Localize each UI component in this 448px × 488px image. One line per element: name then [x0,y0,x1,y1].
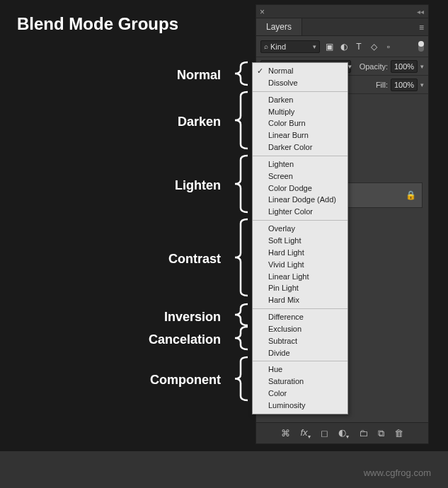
blend-option-hue[interactable]: Hue [253,364,348,376]
blend-option-hard-mix[interactable]: Hard Mix [253,294,348,306]
blend-option-saturation[interactable]: Saturation [253,376,348,388]
blend-option-color-burn[interactable]: Color Burn [253,117,348,129]
blend-option-darker-color[interactable]: Darker Color [253,141,348,153]
group-label-lighten: Lighten [175,178,221,193]
group-label-component: Component [150,373,221,388]
opacity-dropdown-icon[interactable]: ▾ [420,63,424,70]
blend-option-color-dodge[interactable]: Color Dodge [253,182,348,194]
blend-option-color[interactable]: Color [253,388,348,400]
watermark: www.cgfrog.com [364,467,431,478]
blend-option-luminosity[interactable]: Luminosity [253,400,348,412]
mask-icon[interactable]: ◻ [321,428,328,438]
page-title: Blend Mode Groups [17,14,178,34]
tab-row: Layers ≡ [256,18,428,36]
blend-option-linear-light[interactable]: Linear Light [253,271,348,283]
new-layer-icon[interactable]: ⧉ [378,428,384,439]
group-label-cancelation: Cancelation [149,332,221,347]
blend-option-linear-burn[interactable]: Linear Burn [253,129,348,141]
filter-row: ⌕Kind ▣ ◐ T ◇ ▫ [256,36,428,57]
panel-footer: ⌘ fx▾ ◻ ◐▾ 🗀 ⧉ 🗑 [256,422,428,443]
opacity-input[interactable]: 100% [391,60,418,73]
blend-option-soft-light[interactable]: Soft Light [253,235,348,247]
group-icon[interactable]: 🗀 [359,428,368,438]
blend-option-screen[interactable]: Screen [253,170,348,182]
link-icon[interactable]: ⌘ [281,428,290,438]
blend-mode-dropdown[interactable]: NormalDissolveDarkenMultiplyColor BurnLi… [252,62,348,414]
blend-option-pin-light[interactable]: Pin Light [253,282,348,294]
group-label-normal: Normal [177,68,221,83]
blend-option-darken[interactable]: Darken [253,94,348,106]
blend-option-normal[interactable]: Normal [253,65,348,77]
fill-label: Fill: [376,81,388,89]
collapse-icon[interactable]: ◂◂ [417,8,424,16]
filter-smart-icon[interactable]: ▫ [383,41,394,52]
blend-option-dissolve[interactable]: Dissolve [253,77,348,89]
blend-option-difference[interactable]: Difference [253,311,348,323]
blend-option-overlay[interactable]: Overlay [253,223,348,235]
panel-header: × ◂◂ [256,5,428,18]
group-label-inversion: Inversion [164,310,221,325]
filter-kind-select[interactable]: ⌕Kind [260,40,320,53]
blend-option-hard-light[interactable]: Hard Light [253,247,348,259]
close-icon[interactable]: × [260,7,265,17]
blend-option-lighter-color[interactable]: Lighter Color [253,206,348,218]
blend-option-divide[interactable]: Divide [253,347,348,359]
filter-type-icon[interactable]: T [353,41,364,52]
filter-shape-icon[interactable]: ◇ [368,41,379,52]
blend-option-subtract[interactable]: Subtract [253,335,348,347]
opacity-label: Opacity: [360,62,388,71]
delete-icon[interactable]: 🗑 [394,428,403,438]
layer-lock-icon: 🔒 [406,190,416,200]
fx-icon[interactable]: fx▾ [300,427,310,440]
tab-layers[interactable]: Layers [256,18,302,35]
group-label-darken: Darken [178,115,221,129]
blend-option-multiply[interactable]: Multiply [253,106,348,118]
group-label-contrast: Contrast [168,252,221,267]
filter-pixel-icon[interactable]: ▣ [323,41,335,52]
blend-option-lighten[interactable]: Lighten [253,158,348,170]
fill-input[interactable]: 100% [391,79,418,91]
adjustment-icon[interactable]: ◐▾ [338,427,349,440]
fill-dropdown-icon[interactable]: ▾ [420,81,424,88]
blend-option-vivid-light[interactable]: Vivid Light [253,259,348,271]
filter-toggle[interactable] [418,42,424,52]
panel-menu-icon[interactable]: ≡ [419,23,424,33]
blend-option-exclusion[interactable]: Exclusion [253,323,348,335]
filter-adjust-icon[interactable]: ◐ [338,41,350,52]
blend-option-linear-dodge-add-[interactable]: Linear Dodge (Add) [253,194,348,206]
